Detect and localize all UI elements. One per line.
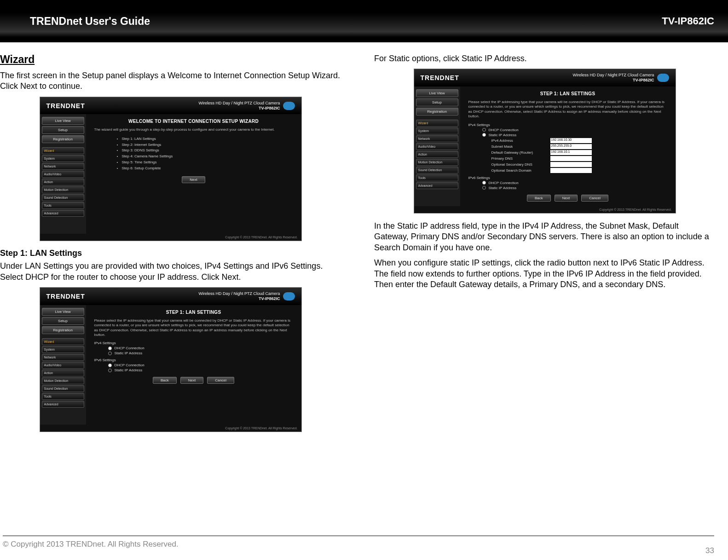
ss2-topbar: TRENDNET Wireless HD Day / Night PTZ Clo… bbox=[40, 288, 301, 305]
ss3-back-button[interactable]: Back bbox=[527, 195, 551, 202]
sidebar-system[interactable]: System bbox=[42, 346, 84, 353]
sidebar-action[interactable]: Action bbox=[416, 151, 458, 158]
sidebar-tools[interactable]: Tools bbox=[416, 174, 458, 181]
sidebar-system[interactable]: System bbox=[42, 155, 84, 162]
ss1-button-row: Next bbox=[94, 176, 293, 183]
sidebar-network[interactable]: Network bbox=[42, 354, 84, 361]
ss3-desc: Please select the IP addressing type tha… bbox=[468, 100, 667, 119]
ss3-next-button[interactable]: Next bbox=[555, 195, 578, 202]
radio-icon bbox=[108, 364, 112, 367]
primary-dns-input[interactable] bbox=[550, 156, 592, 161]
ss-product-line1: Wireless HD Day / Night PTZ Cloud Camera bbox=[198, 101, 280, 106]
sidebar-network[interactable]: Network bbox=[42, 163, 84, 170]
sidebar-liveview[interactable]: Live View bbox=[416, 89, 458, 97]
sidebar-sound[interactable]: Sound Detection bbox=[42, 194, 84, 201]
ss3-sdns-label: Optional Secondary DNS bbox=[491, 162, 547, 167]
ss2-button-row: Back Next Cancel bbox=[94, 377, 293, 384]
sidebar-wizard[interactable]: Wizard bbox=[42, 338, 84, 345]
screenshot-1: TRENDNET Wireless HD Day / Night PTZ Clo… bbox=[40, 97, 302, 242]
sidebar-advanced[interactable]: Advanced bbox=[42, 401, 84, 408]
ss-product-line2: TV-IP862IC bbox=[198, 296, 280, 301]
ss3-ipv6-static-label: Static IP Address bbox=[489, 186, 517, 190]
ss2-sidebar: Live View Setup Registration Wizard Syst… bbox=[40, 305, 86, 425]
sidebar-registration[interactable]: Registration bbox=[416, 108, 458, 115]
ss-product: Wireless HD Day / Night PTZ Cloud Camera… bbox=[198, 101, 280, 111]
cloud-icon bbox=[657, 74, 669, 82]
ss3-ipv6-dhcp-row[interactable]: DHCP Connection bbox=[482, 181, 667, 185]
sidebar-setup[interactable]: Setup bbox=[42, 317, 84, 325]
ss3-cancel-button[interactable]: Cancel bbox=[581, 195, 608, 202]
step1-text: Under LAN Settings you are provided with… bbox=[0, 261, 341, 283]
gateway-input[interactable]: 192.168.10.1 bbox=[550, 150, 592, 155]
ss2-ipv6-static-row[interactable]: Static IP Address bbox=[108, 368, 293, 372]
ss3-ipv4-dhcp-label: DHCP Connection bbox=[489, 128, 519, 132]
sidebar-registration[interactable]: Registration bbox=[42, 135, 84, 143]
ss3-ipv4addr-label: IPv4 Address bbox=[491, 139, 547, 143]
ss-logo-b: NET bbox=[71, 102, 85, 110]
sidebar-setup[interactable]: Setup bbox=[416, 98, 458, 106]
subnet-mask-input[interactable]: 255.255.255.0 bbox=[550, 144, 592, 149]
sidebar-advanced[interactable]: Advanced bbox=[42, 210, 84, 217]
sidebar-motion[interactable]: Motion Detection bbox=[416, 159, 458, 166]
ss2-cancel-button[interactable]: Cancel bbox=[207, 377, 234, 384]
radio-icon bbox=[482, 133, 486, 137]
secondary-dns-input[interactable] bbox=[550, 162, 592, 167]
ss-product-block: Wireless HD Day / Night PTZ Cloud Camera… bbox=[198, 291, 295, 301]
page-footer: © Copyright 2013 TRENDnet. All Rights Re… bbox=[0, 531, 728, 560]
content-columns: Wizard The first screen in the Setup pan… bbox=[0, 42, 728, 439]
sidebar-advanced[interactable]: Advanced bbox=[416, 182, 458, 189]
sidebar-motion[interactable]: Motion Detection bbox=[42, 377, 84, 384]
sidebar-system[interactable]: System bbox=[416, 127, 458, 134]
static-p1: In the Static IP address field, type in … bbox=[374, 221, 715, 253]
page-number: 33 bbox=[705, 546, 714, 555]
footer-rule bbox=[3, 536, 714, 536]
sidebar-network[interactable]: Network bbox=[416, 135, 458, 142]
ss-product-line1: Wireless HD Day / Night PTZ Cloud Camera bbox=[198, 291, 280, 296]
radio-icon bbox=[108, 346, 112, 350]
sidebar-motion[interactable]: Motion Detection bbox=[42, 186, 84, 193]
ss1-next-button[interactable]: Next bbox=[182, 176, 205, 183]
ss3-gateway-label: Default Gateway (Router) bbox=[491, 150, 547, 155]
header-model: TV-IP862IC bbox=[662, 15, 714, 27]
ss2-ipv4-dhcp-row[interactable]: DHCP Connection bbox=[108, 346, 293, 350]
ss3-ipv4-static-row[interactable]: Static IP Address bbox=[482, 133, 667, 137]
sidebar-audiovideo[interactable]: Audio/Video bbox=[42, 362, 84, 369]
ss2-ipv6-dhcp-row[interactable]: DHCP Connection bbox=[108, 363, 293, 367]
ss1-body: Live View Setup Registration Wizard Syst… bbox=[40, 114, 301, 234]
sidebar-audiovideo[interactable]: Audio/Video bbox=[42, 171, 84, 178]
search-domain-input[interactable] bbox=[550, 168, 592, 173]
ss2-footer: Copyright © 2013 TRENDnet. All Rights Re… bbox=[40, 425, 301, 432]
sidebar-tools[interactable]: Tools bbox=[42, 393, 84, 400]
ss3-ipv6-label: IPv6 Settings bbox=[468, 176, 667, 180]
ss3-ipv6-static-row[interactable]: Static IP Address bbox=[482, 186, 667, 190]
ss1-footer: Copyright © 2013 TRENDnet. All Rights Re… bbox=[40, 234, 301, 241]
ss3-pdns-label: Primary DNS bbox=[491, 156, 547, 161]
ss1-main: WELCOME TO INTERNET CONNECTION SETUP WIZ… bbox=[86, 114, 301, 234]
sidebar-sound[interactable]: Sound Detection bbox=[416, 167, 458, 173]
ss3-ipv4-dhcp-row[interactable]: DHCP Connection bbox=[482, 128, 667, 132]
ss2-ipv4-dhcp-label: DHCP Connection bbox=[115, 346, 144, 350]
ss3-ipv4addr-row: IPv4 Address192.168.10.30 bbox=[491, 138, 667, 143]
ipv4-address-input[interactable]: 192.168.10.30 bbox=[550, 138, 592, 143]
ss3-main: STEP 1: LAN SETTINGS Please select the I… bbox=[460, 87, 676, 206]
sidebar-tools[interactable]: Tools bbox=[42, 202, 84, 209]
sidebar-audiovideo[interactable]: Audio/Video bbox=[416, 143, 458, 150]
sidebar-registration[interactable]: Registration bbox=[42, 326, 84, 334]
ss1-desc: The wizard will guide you through a step… bbox=[94, 127, 293, 132]
sidebar-liveview[interactable]: Live View bbox=[42, 308, 84, 316]
sidebar-sound[interactable]: Sound Detection bbox=[42, 385, 84, 392]
sidebar-liveview[interactable]: Live View bbox=[42, 117, 84, 125]
sidebar-setup[interactable]: Setup bbox=[42, 126, 84, 134]
ss3-ipv4-static-label: Static IP Address bbox=[489, 133, 517, 137]
sidebar-wizard[interactable]: Wizard bbox=[416, 120, 458, 127]
screenshot-1-wrap: TRENDNET Wireless HD Day / Night PTZ Clo… bbox=[0, 97, 341, 242]
ss3-pdns-row: Primary DNS bbox=[491, 156, 667, 161]
ss2-next-button[interactable]: Next bbox=[180, 377, 203, 384]
sidebar-wizard[interactable]: Wizard bbox=[42, 147, 84, 154]
sidebar-action[interactable]: Action bbox=[42, 369, 84, 376]
ss2-back-button[interactable]: Back bbox=[153, 377, 177, 384]
radio-icon bbox=[108, 369, 112, 372]
sidebar-action[interactable]: Action bbox=[42, 179, 84, 185]
ss2-ipv4-static-row[interactable]: Static IP Address bbox=[108, 351, 293, 355]
ss3-topbar: TRENDNET Wireless HD Day / Night PTZ Clo… bbox=[414, 69, 676, 87]
